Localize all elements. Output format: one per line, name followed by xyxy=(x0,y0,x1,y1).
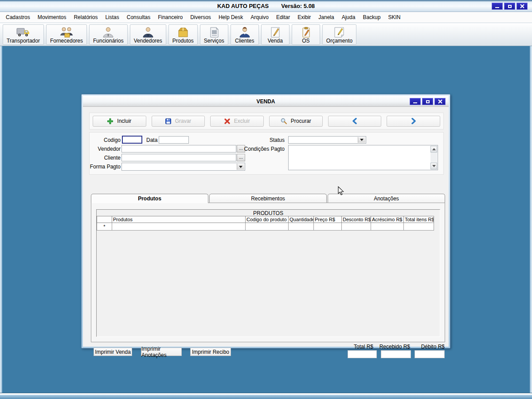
cell-total[interactable] xyxy=(404,223,434,231)
toolbar-venda-button[interactable]: Venda xyxy=(261,24,289,45)
debito-label: Débito R$ xyxy=(409,344,445,350)
toolbar-label: Transportador xyxy=(7,38,40,44)
col-acrescimo: Acréscimo R$ xyxy=(371,216,404,223)
total-input[interactable] xyxy=(348,350,377,358)
grid-new-row[interactable]: * xyxy=(97,223,434,231)
cell-produtos[interactable] xyxy=(112,223,246,231)
menu-backup[interactable]: Backup xyxy=(362,13,381,21)
toolbar-label: Vendedores xyxy=(134,38,162,44)
cell-preco[interactable] xyxy=(314,223,342,231)
venda-maximize-button[interactable] xyxy=(422,98,433,105)
menu-ajuda[interactable]: Ajuda xyxy=(341,13,356,21)
menu-diversos[interactable]: Diversos xyxy=(190,13,211,21)
cell-quantidade[interactable] xyxy=(289,223,314,231)
menu-consultas[interactable]: Consultas xyxy=(126,13,151,21)
menu-exibir[interactable]: Exibir xyxy=(297,13,311,21)
main-titlebar: KAD AUTO PEÇASVersão: 5.08 xyxy=(0,0,532,12)
tab-recebimentos[interactable]: Recebimentos xyxy=(209,194,327,203)
toolbar-vendedores-button[interactable]: Vendedores xyxy=(130,24,166,45)
debito-input[interactable] xyxy=(415,350,445,358)
toolbar-funcionarios-button[interactable]: Funcionários xyxy=(89,24,128,45)
scroll-down-button[interactable] xyxy=(430,163,437,169)
venda-titlebar[interactable]: VENDA xyxy=(83,96,449,107)
toolbar: Transportador Fornecedores Funcionários … xyxy=(0,23,532,46)
grid-caption: PRODUTOS xyxy=(97,210,440,216)
toolbar-clientes-button[interactable]: Clientes xyxy=(231,24,259,45)
col-codigo-produto: Codigo do produto xyxy=(246,216,289,223)
new-row-marker: * xyxy=(97,223,112,231)
produtos-grid[interactable]: Produtos Codigo do produto Quantidade Pr… xyxy=(97,216,434,231)
forma-pagto-dropdown-button[interactable] xyxy=(237,164,244,170)
menu-movimentos[interactable]: Movimentos xyxy=(37,13,67,21)
imprimir-venda-button[interactable]: Imprimir Venda xyxy=(94,348,132,356)
app-title: KAD AUTO PEÇASVersão: 5.08 xyxy=(0,3,532,9)
maximize-button[interactable] xyxy=(504,3,515,10)
scroll-up-button[interactable] xyxy=(430,146,437,153)
previous-record-button[interactable] xyxy=(328,116,382,127)
tab-produtos[interactable]: Produtos xyxy=(91,194,208,203)
tab-anotacoes[interactable]: Anotações xyxy=(328,194,445,203)
forma-pagto-combobox[interactable] xyxy=(121,163,245,171)
chevron-right-icon xyxy=(411,118,416,124)
gravar-button[interactable]: Gravar xyxy=(152,116,205,127)
toolbar-label: Produtos xyxy=(172,38,194,44)
toolbar-os-button[interactable]: OS xyxy=(292,24,320,45)
menu-janela[interactable]: Janela xyxy=(318,13,334,21)
toolbar-produtos-button[interactable]: Produtos xyxy=(168,24,198,45)
toolbar-label: Orçamento xyxy=(326,38,352,44)
plus-icon xyxy=(107,118,113,124)
menu-listas[interactable]: Listas xyxy=(105,13,119,21)
menu-relatorios[interactable]: Relatórios xyxy=(73,13,98,21)
menu-skin[interactable]: SKIN xyxy=(387,13,401,21)
clipboard-pencil-icon xyxy=(300,26,312,38)
save-icon xyxy=(165,118,171,124)
condicoes-pagto-textarea[interactable] xyxy=(288,145,438,170)
condicoes-scrollbar[interactable] xyxy=(430,146,437,169)
minimize-button[interactable] xyxy=(492,3,503,10)
box-icon xyxy=(176,26,190,38)
total-label: Total R$ xyxy=(338,344,373,350)
chevron-left-icon xyxy=(352,118,357,124)
toolbar-orcamento-button[interactable]: Orçamento xyxy=(322,24,356,45)
imprimir-anotacoes-button[interactable]: Imprimir Anotações xyxy=(141,348,182,356)
document-icon xyxy=(208,26,220,38)
toolbar-fornecedores-button[interactable]: Fornecedores xyxy=(46,24,87,45)
toolbar-servicos-button[interactable]: Serviços xyxy=(200,24,228,45)
incluir-button[interactable]: Incluir xyxy=(93,116,146,127)
toolbar-label: Clientes xyxy=(235,38,254,44)
menu-help-desk[interactable]: Help Desk xyxy=(218,13,243,21)
imprimir-recibo-button[interactable]: Imprimir Recibo xyxy=(190,348,231,356)
forma-pagto-label: Forma Pagto xyxy=(90,164,121,170)
menu-cadastros[interactable]: Cadastros xyxy=(5,13,31,21)
pencil-page-icon xyxy=(269,26,282,38)
cell-acrescimo[interactable] xyxy=(371,223,404,231)
menu-editar[interactable]: Editar xyxy=(276,13,290,21)
cliente-input[interactable] xyxy=(121,154,236,161)
procurar-button[interactable]: Procurar xyxy=(269,116,323,127)
next-record-button[interactable] xyxy=(387,116,440,127)
toolbar-transportador-button[interactable]: Transportador xyxy=(3,24,44,45)
recebido-input[interactable] xyxy=(381,350,411,358)
status-dropdown-button[interactable] xyxy=(358,137,365,143)
chevron-down-icon xyxy=(360,139,364,141)
cell-codigo[interactable] xyxy=(246,223,289,231)
chevron-down-icon xyxy=(239,166,243,168)
row-selector-header xyxy=(97,216,112,223)
venda-minimize-button[interactable] xyxy=(410,98,421,105)
venda-close-button[interactable] xyxy=(434,98,446,105)
codigo-input[interactable] xyxy=(122,136,142,144)
data-input[interactable] xyxy=(159,136,189,144)
app-title-text: KAD AUTO PEÇAS xyxy=(217,3,269,9)
excluir-button[interactable]: Excluir xyxy=(210,116,264,127)
grid-header-row: Produtos Codigo do produto Quantidade Pr… xyxy=(97,216,434,223)
menu-bar: Cadastros Movimentos Relatórios Listas C… xyxy=(0,12,532,23)
menu-arquivo[interactable]: Arquivo xyxy=(250,13,269,21)
menu-financeiro[interactable]: Financeiro xyxy=(157,13,183,21)
close-button[interactable] xyxy=(516,3,528,10)
minimize-icon xyxy=(413,102,417,103)
cliente-browse-button[interactable]: ... xyxy=(237,154,245,161)
triangle-down-icon xyxy=(432,165,436,167)
search-icon xyxy=(281,118,287,124)
status-combobox[interactable] xyxy=(288,136,366,144)
cell-desconto[interactable] xyxy=(342,223,371,231)
